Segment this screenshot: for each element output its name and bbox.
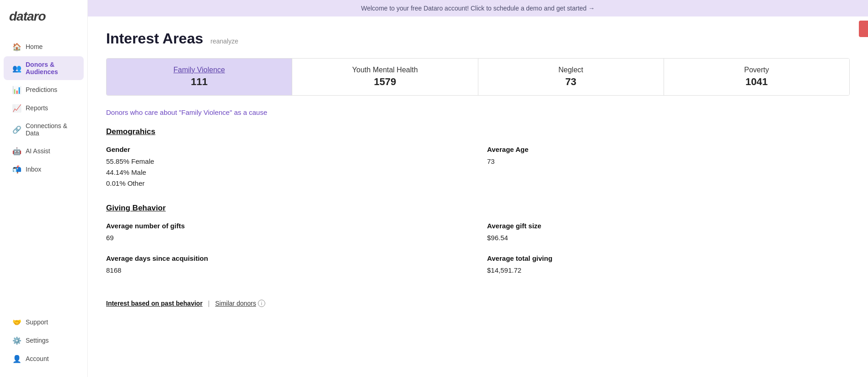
avg-age-label: Average Age <box>487 145 850 153</box>
donors-icon: 👥 <box>13 64 21 72</box>
welcome-banner[interactable]: Welcome to your free Dataro account! Cli… <box>88 0 868 16</box>
giving-behavior-grid: Average number of gifts 69 Average gift … <box>106 222 850 276</box>
avg-gifts-value: 69 <box>106 232 469 243</box>
sidebar-item-label: Account <box>26 355 49 362</box>
sidebar-item-label: Inbox <box>26 166 41 173</box>
similar-donors-info-icon[interactable]: i <box>258 300 265 307</box>
avg-total-stat: Average total giving $14,591.72 <box>487 254 850 276</box>
sidebar-item-label: Support <box>26 318 48 326</box>
inbox-icon: 📬 <box>13 165 21 173</box>
gender-values: 55.85% Female 44.14% Male 0.01% Other <box>106 156 469 189</box>
gender-label: Gender <box>106 145 469 153</box>
sidebar-item-connections[interactable]: 🔗 Connections & Data <box>4 118 84 141</box>
account-icon: 👤 <box>13 355 21 363</box>
tab-neglect[interactable]: Neglect 73 <box>478 59 664 95</box>
sidebar-item-account[interactable]: 👤 Account <box>4 350 84 367</box>
sidebar-item-label: Predictions <box>26 86 57 93</box>
sidebar-item-settings[interactable]: ⚙️ Settings <box>4 332 84 349</box>
sidebar-item-label: Settings <box>26 337 49 344</box>
page-header: Interest Areas reanalyze <box>106 30 850 47</box>
tab-youth-mental-health[interactable]: Youth Mental Health 1579 <box>292 59 478 95</box>
gender-stat: Gender 55.85% Female 44.14% Male 0.01% O… <box>106 145 469 189</box>
sidebar-item-donors[interactable]: 👥 Donors & Audiences <box>4 56 84 80</box>
avg-gift-size-stat: Average gift size $96.54 <box>487 222 850 243</box>
bottom-tab-similar-donors[interactable]: Similar donors <box>215 298 256 309</box>
tab-family-violence-label: Family Violence <box>116 66 283 74</box>
avg-gift-size-label: Average gift size <box>487 222 850 230</box>
tab-neglect-label: Neglect <box>488 66 654 74</box>
avg-gift-size-value: $96.54 <box>487 232 850 243</box>
top-right-button[interactable] <box>859 21 868 37</box>
tab-youth-mental-health-label: Youth Mental Health <box>301 66 468 74</box>
tab-youth-mental-health-count: 1579 <box>301 76 468 88</box>
avg-age-stat: Average Age 73 <box>487 145 850 189</box>
sidebar-item-label: AI Assist <box>26 147 50 155</box>
reports-icon: 📈 <box>13 104 21 112</box>
sidebar-item-label: Home <box>26 43 43 50</box>
tab-family-violence-count: 111 <box>116 76 283 88</box>
sidebar-item-label: Donors & Audiences <box>26 61 75 75</box>
sidebar-item-ai-assist[interactable]: 🤖 AI Assist <box>4 142 84 160</box>
page-title: Interest Areas <box>106 30 203 47</box>
tab-poverty-label: Poverty <box>673 66 840 74</box>
tab-poverty-count: 1041 <box>673 76 840 88</box>
sidebar-item-home[interactable]: 🏠 Home <box>4 38 84 55</box>
sidebar-item-label: Connections & Data <box>26 122 75 137</box>
demographics-grid: Gender 55.85% Female 44.14% Male 0.01% O… <box>106 145 850 189</box>
predictions-icon: 📊 <box>13 86 21 94</box>
avg-days-stat: Average days since acquisition 8168 <box>106 254 469 276</box>
settings-icon: ⚙️ <box>13 336 21 345</box>
avg-gifts-stat: Average number of gifts 69 <box>106 222 469 243</box>
active-tab-link[interactable]: Donors who care about "Family Violence" … <box>106 108 850 116</box>
bottom-tabs: Interest based on past behavior | Simila… <box>106 291 850 309</box>
logo-text: dataro <box>9 9 46 23</box>
support-icon: 🤝 <box>13 318 21 326</box>
avg-days-label: Average days since acquisition <box>106 254 469 262</box>
home-icon: 🏠 <box>13 43 21 51</box>
sidebar-item-label: Reports <box>26 104 48 112</box>
logo: dataro <box>0 9 87 38</box>
tab-separator: | <box>208 300 210 307</box>
tab-poverty[interactable]: Poverty 1041 <box>664 59 849 95</box>
sidebar: dataro 🏠 Home 👥 Donors & Audiences 📊 Pre… <box>0 0 88 377</box>
sidebar-item-support[interactable]: 🤝 Support <box>4 313 84 331</box>
avg-total-value: $14,591.72 <box>487 265 850 276</box>
reanalyze-link[interactable]: reanalyze <box>210 38 238 45</box>
avg-gifts-label: Average number of gifts <box>106 222 469 230</box>
ai-assist-icon: 🤖 <box>13 147 21 155</box>
avg-age-value: 73 <box>487 156 850 167</box>
tab-family-violence[interactable]: Family Violence 111 <box>107 59 292 95</box>
main-content: Welcome to your free Dataro account! Cli… <box>88 0 868 377</box>
bottom-tab-interest-based[interactable]: Interest based on past behavior <box>106 298 203 309</box>
sidebar-item-reports[interactable]: 📈 Reports <box>4 99 84 117</box>
banner-text: Welcome to your free Dataro account! Cli… <box>361 5 595 12</box>
tab-neglect-count: 73 <box>488 76 654 88</box>
connections-icon: 🔗 <box>13 125 21 134</box>
interest-tabs: Family Violence 111 Youth Mental Health … <box>106 58 850 96</box>
avg-days-value: 8168 <box>106 265 469 276</box>
avg-total-label: Average total giving <box>487 254 850 262</box>
sidebar-item-inbox[interactable]: 📬 Inbox <box>4 161 84 178</box>
demographics-title: Demograhics <box>106 127 850 136</box>
sidebar-item-predictions[interactable]: 📊 Predictions <box>4 81 84 98</box>
giving-behavior-title: Giving Behavior <box>106 204 850 213</box>
page-content: Interest Areas reanalyze Family Violence… <box>88 16 868 377</box>
